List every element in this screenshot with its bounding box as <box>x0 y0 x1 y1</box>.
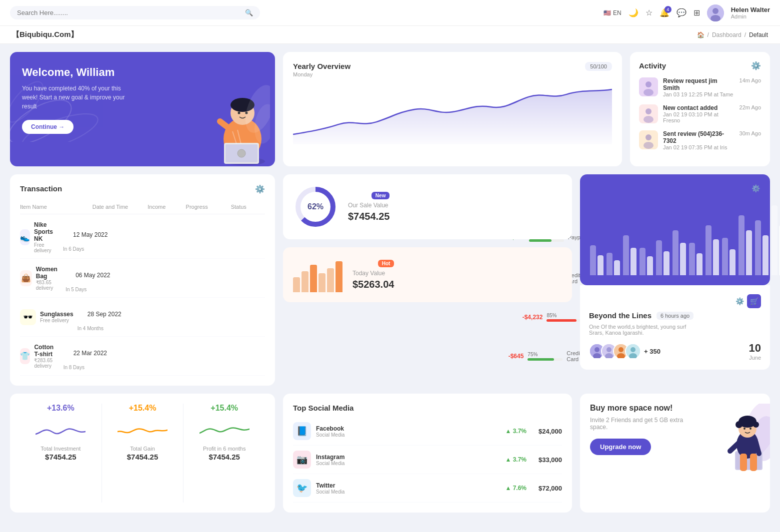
stat-gain: +15.4% Total Gain $7454.25 <box>102 404 184 503</box>
nav-right: 🇺🇸 EN 🌙 ☆ 🔔 4 💬 ⊞ Helen Walter Admin <box>604 4 770 21</box>
plus-count: + 350 <box>644 348 660 355</box>
svg-point-10 <box>238 112 240 114</box>
social-title: Top Social Media <box>293 404 354 412</box>
stat-pct-1: +15.4% <box>102 404 184 413</box>
yearly-title: Yearly Overview <box>293 62 350 70</box>
social-row: 🐦 Twitter Social Media ▲ 7.6% $72,000 <box>293 474 562 503</box>
transaction-settings[interactable]: ⚙️ <box>255 184 265 194</box>
social-val: $24,000 <box>538 428 562 435</box>
svg-point-56 <box>744 428 746 430</box>
avatar[interactable] <box>707 4 724 21</box>
sale-value: $7454.25 <box>348 211 390 222</box>
beyond-desc: One Of the world,s brightest, young surf… <box>589 324 761 336</box>
message-icon[interactable]: 💬 <box>676 8 686 17</box>
breadcrumb-dashboard[interactable]: Dashboard <box>712 31 742 38</box>
yearly-badge: 50/100 <box>585 62 612 71</box>
beyond-header: Beyond the Lines 6 hours ago <box>589 311 761 320</box>
social-card: Top Social Media 📘 Facebook Social Media… <box>283 394 572 513</box>
item-icon: 👕 <box>20 348 30 364</box>
sparkline-0 <box>20 417 102 442</box>
brand-logo: 【Biqubiqu.Com】 <box>12 30 78 39</box>
svg-point-14 <box>238 149 246 157</box>
activity-info: New contact added Jan 02 19 03:10 PM at … <box>663 104 734 123</box>
svg-point-57 <box>750 428 752 430</box>
svg-point-21 <box>646 81 652 87</box>
upgrade-desc: Invite 2 Friends and get 5 GB extra spac… <box>590 417 695 431</box>
social-row: 📷 Instagram Social Media ▲ 3.7% $33,000 <box>293 446 562 474</box>
table-row: 👜 Women Bag ₹83.65 delivery 06 May 2022 … <box>20 259 265 298</box>
svg-point-35 <box>606 347 612 352</box>
date-display: 10 June <box>749 342 761 361</box>
top-nav: 🔍 🇺🇸 EN 🌙 ☆ 🔔 4 💬 ⊞ Helen Walter Admin <box>0 0 780 26</box>
stat-value-2: $7454.25 <box>184 453 265 461</box>
date-month: June <box>749 355 761 361</box>
upgrade-button[interactable]: Upgrade now <box>590 439 651 455</box>
svg-point-51 <box>753 422 759 428</box>
transaction-rows: 👟 Nike Sports NK Free delivery 12 May 20… <box>20 216 265 376</box>
activity-thumb <box>639 77 658 96</box>
dark-mode-toggle[interactable]: 🌙 <box>628 8 638 17</box>
table-row: 🕶️ Sunglasses Free delivery 28 Sep 2022 … <box>20 298 265 337</box>
beyond-time: 6 hours ago <box>656 312 694 320</box>
social-icon: 📷 <box>293 451 311 469</box>
today-label: Today Value <box>352 270 394 277</box>
social-info: Twitter Social Media <box>316 482 344 495</box>
upgrade-title: Buy more space now! <box>590 404 695 413</box>
activity-header: Activity ⚙️ <box>639 61 761 70</box>
item-cell: 👜 Women Bag ₹83.65 delivery <box>20 266 62 291</box>
activity-title: Activity <box>639 61 666 70</box>
social-val: $72,000 <box>538 485 562 492</box>
table-row: 👕 Cotton T-shirt ₹283.65 delivery 22 Mar… <box>20 337 265 376</box>
notification-badge: 4 <box>664 6 672 13</box>
svg-point-32 <box>594 347 600 352</box>
search-input[interactable] <box>17 9 241 16</box>
item-icon: 👟 <box>20 229 30 245</box>
hot-badge: Hot <box>378 260 394 267</box>
home-icon[interactable]: 🏠 <box>697 31 704 38</box>
svg-point-41 <box>630 347 636 352</box>
col-status: Status <box>231 204 265 210</box>
col-progress: Progress <box>186 204 227 210</box>
chart-settings-2[interactable]: ⚙️ <box>736 294 744 308</box>
today-sale-card: Hot Today Value $5263.04 <box>283 247 572 302</box>
cart-button[interactable]: 🛒 <box>747 294 761 308</box>
svg-point-27 <box>646 134 652 140</box>
item-cell: 👟 Nike Sports NK Free delivery <box>20 221 59 253</box>
svg-point-38 <box>618 347 624 352</box>
activity-info: Sent review (504)236-7302 Jan 02 19 07:3… <box>663 130 734 150</box>
table-row: 👟 Nike Sports NK Free delivery 12 May 20… <box>20 216 265 259</box>
user-info: Helen Walter Admin <box>731 6 770 19</box>
bar-chart-area <box>590 200 760 275</box>
activity-settings[interactable]: ⚙️ <box>751 61 761 70</box>
social-val: $33,000 <box>538 456 562 464</box>
welcome-card: Welcome, William You have completed 40% … <box>10 52 275 166</box>
activity-time: 22m Ago <box>740 104 761 110</box>
social-row: 📘 Facebook Social Media ▲ 3.7% $24,000 <box>293 417 562 446</box>
svg-point-50 <box>736 421 742 428</box>
bar-chart-card: ⚙️ <box>580 174 770 285</box>
chart-settings-1[interactable]: ⚙️ <box>752 184 760 192</box>
activity-time: 14m Ago <box>740 77 761 83</box>
date-num: 10 <box>749 342 761 355</box>
donut-label: 62% <box>308 202 324 211</box>
today-value: $5263.04 <box>352 279 394 290</box>
sale-label: Our Sale Value <box>348 202 390 209</box>
item-icon: 🕶️ <box>20 309 36 325</box>
activity-list: Review request jim Smith Jan 03 19 12:25… <box>639 77 761 150</box>
yearly-day: Monday <box>293 71 350 77</box>
activity-item: New contact added Jan 02 19 03:10 PM at … <box>639 104 761 123</box>
language-selector[interactable]: 🇺🇸 EN <box>604 9 622 16</box>
search-bar[interactable]: 🔍 <box>10 6 260 19</box>
svg-rect-54 <box>740 454 747 471</box>
social-pct: ▲ 7.6% <box>505 485 526 492</box>
bookmark-icon[interactable]: ☆ <box>646 8 652 17</box>
activity-thumb <box>639 130 658 149</box>
new-badge: New <box>372 192 390 199</box>
social-icon: 📘 <box>293 422 311 440</box>
user-role: Admin <box>731 13 770 19</box>
expand-icon[interactable]: ⊞ <box>694 8 700 17</box>
notification-bell[interactable]: 🔔 4 <box>660 8 670 17</box>
search-icon: 🔍 <box>245 9 253 16</box>
beyond-title: Beyond the Lines <box>589 311 652 320</box>
third-row: +13.6% Total Investment $7454.25 +15.4% … <box>0 394 780 521</box>
